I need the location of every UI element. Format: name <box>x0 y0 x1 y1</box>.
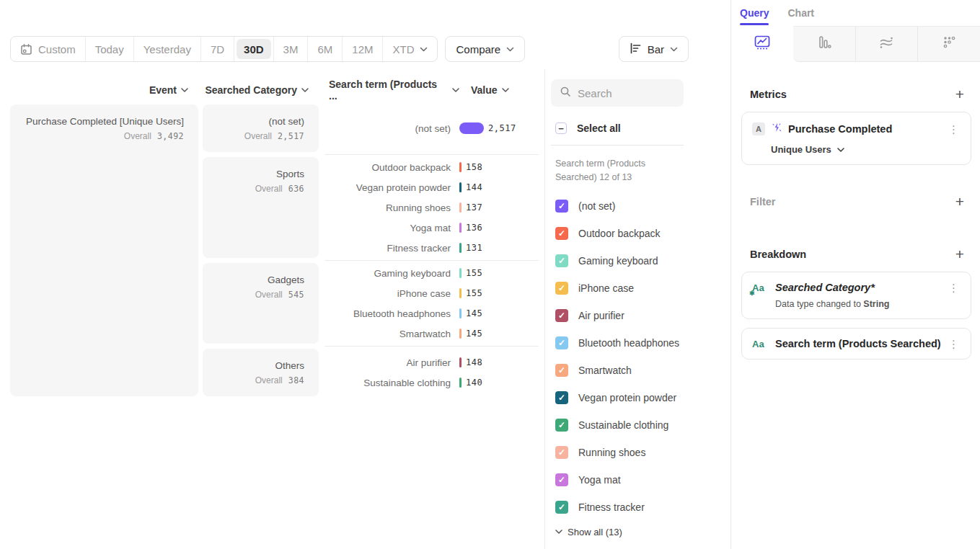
date-range-7d[interactable]: 7D <box>201 37 234 61</box>
overall-label: Overall <box>124 131 151 141</box>
breakdown-card[interactable]: AaSearch term (Products Searched)⋮ <box>741 328 971 360</box>
breakdown-kebab-menu[interactable]: ⋮ <box>947 282 961 293</box>
report-tab-retention-icon[interactable] <box>917 26 980 62</box>
term-row: Bluetooth headphones145 <box>325 303 539 323</box>
date-range-3m[interactable]: 3M <box>274 37 308 61</box>
date-range-12m[interactable]: 12M <box>343 37 382 61</box>
chevron-down-icon <box>301 88 309 92</box>
column-header-value[interactable]: Value <box>459 84 539 96</box>
category-overall: Overall384 <box>210 375 304 385</box>
metric-kebab-menu[interactable]: ⋮ <box>947 124 961 135</box>
chevron-down-icon <box>670 47 678 52</box>
bar-segment[interactable] <box>459 288 462 298</box>
column-header-term[interactable]: Search term (Products ... <box>325 79 459 102</box>
category-term-groups: (not set)Overall2,517(not set)2,517Sport… <box>203 104 539 396</box>
overall-value: 636 <box>288 184 304 194</box>
term-row: Running shoes137 <box>325 197 539 218</box>
legend-item[interactable]: ✓Running shoes <box>551 439 730 466</box>
chevron-down-icon <box>502 88 509 92</box>
legend-checkbox[interactable]: ✓ <box>555 336 568 349</box>
term-value: 144 <box>466 182 482 192</box>
legend-item[interactable]: ✓Vegan protein powder <box>551 384 730 411</box>
legend-checkbox[interactable]: ✓ <box>555 254 568 267</box>
legend-checkbox[interactable]: ✓ <box>555 364 568 377</box>
legend-checkbox[interactable]: ✓ <box>555 227 568 240</box>
term-value: 158 <box>466 162 482 172</box>
legend-checkbox[interactable]: ✓ <box>555 419 568 432</box>
column-header-terms-zone: Search term (Products ... Value <box>325 79 539 102</box>
report-tab-insights-icon[interactable] <box>731 26 793 62</box>
add-breakdown-button[interactable]: + <box>951 245 968 263</box>
report-tab-funnel-icon[interactable] <box>793 26 855 62</box>
breakdown-title: Breakdown <box>750 249 806 260</box>
legend-item[interactable]: ✓iPhone case <box>551 274 730 302</box>
legend-item[interactable]: ✓Yoga mat <box>551 466 730 494</box>
column-header-category[interactable]: Searched Category <box>203 84 319 96</box>
bar-segment[interactable] <box>459 378 462 388</box>
legend-item[interactable]: ✓Gaming keyboard <box>551 247 730 274</box>
measure-dropdown[interactable]: Unique Users <box>771 144 961 155</box>
date-range-yesterday[interactable]: Yesterday <box>134 37 200 61</box>
select-all-checkbox-row[interactable]: − Select all <box>551 122 730 134</box>
metric-card[interactable]: A Purchase Completed ⋮ Unique Users <box>741 112 971 165</box>
date-range-xtd[interactable]: XTD <box>383 37 437 61</box>
category-name: Gadgets <box>210 274 304 287</box>
legend-item[interactable]: ✓Fitness tracker <box>551 494 730 521</box>
overall-label: Overall <box>255 375 283 385</box>
legend-item[interactable]: ✓Bluetooth headphones <box>551 329 730 357</box>
search-box[interactable] <box>551 79 684 107</box>
analytics-app: CustomTodayYesterday7D30D3M6M12MXTD Comp… <box>0 0 980 549</box>
breakdown-cards: Aa✱Searched Category*⋮Data type changed … <box>741 272 971 360</box>
sidebar-body: Metrics + A Purchase Completed ⋮ Unique … <box>731 62 980 549</box>
bar-segment[interactable] <box>459 243 462 253</box>
term-rows: Gaming keyboard155iPhone case155Bluetoot… <box>325 263 539 344</box>
bar-segment[interactable] <box>459 268 462 278</box>
show-all-button[interactable]: Show all (13) <box>551 527 622 537</box>
legend-checkbox[interactable]: ✓ <box>555 282 568 295</box>
bar-segment[interactable] <box>459 122 484 134</box>
term-row: Gaming keyboard155 <box>325 263 539 283</box>
term-label: Vegan protein powder <box>325 182 459 193</box>
bar-segment[interactable] <box>459 182 462 192</box>
date-range-6m[interactable]: 6M <box>308 37 342 61</box>
bar-segment[interactable] <box>459 357 462 367</box>
add-filter-button[interactable]: + <box>951 192 968 210</box>
add-metric-button[interactable]: + <box>951 85 968 103</box>
group-separator <box>325 260 539 261</box>
breakdown-card[interactable]: Aa✱Searched Category*⋮Data type changed … <box>741 272 971 319</box>
term-label: (not set) <box>325 123 459 134</box>
legend-item[interactable]: ✓(not set) <box>551 192 730 220</box>
bar-segment[interactable] <box>459 162 462 172</box>
legend-checkbox[interactable]: ✓ <box>555 446 568 459</box>
overall-label: Overall <box>255 290 283 300</box>
legend-checkbox[interactable]: ✓ <box>555 473 568 486</box>
legend-checkbox[interactable]: ✓ <box>555 200 568 213</box>
date-range-custom[interactable]: Custom <box>11 37 85 61</box>
legend-item[interactable]: ✓Outdoor backpack <box>551 220 730 247</box>
legend-checkbox[interactable]: ✓ <box>555 501 568 514</box>
legend-checkbox[interactable]: ✓ <box>555 309 568 322</box>
column-header-event[interactable]: Event <box>10 84 198 96</box>
date-range-group: CustomTodayYesterday7D30D3M6M12MXTD <box>10 36 438 62</box>
legend-list-label: Search term (Products Searched) 12 of 13 <box>551 157 675 185</box>
legend-item[interactable]: ✓Smartwatch <box>551 357 730 384</box>
bar-segment[interactable] <box>459 308 462 318</box>
legend-item[interactable]: ✓Air purifier <box>551 302 730 329</box>
bar-segment[interactable] <box>459 329 462 339</box>
chart-type-button[interactable]: Bar <box>619 36 689 62</box>
compare-button[interactable]: Compare <box>445 36 525 62</box>
select-all-indeterminate-checkbox[interactable]: − <box>555 122 567 134</box>
search-input[interactable] <box>578 87 671 99</box>
date-range-30d[interactable]: 30D <box>237 39 271 59</box>
bar-segment[interactable] <box>459 202 462 213</box>
report-tab-flows-icon[interactable] <box>855 26 918 62</box>
tab-query[interactable]: Query <box>740 7 769 26</box>
category-name: (not set) <box>210 115 304 128</box>
legend-checkbox[interactable]: ✓ <box>555 391 568 404</box>
date-range-today[interactable]: Today <box>86 37 133 61</box>
bar-segment[interactable] <box>459 223 462 233</box>
legend-item[interactable]: ✓Sustainable clothing <box>551 411 730 439</box>
chevron-down-icon <box>837 148 844 152</box>
breakdown-kebab-menu[interactable]: ⋮ <box>947 339 961 349</box>
tab-chart[interactable]: Chart <box>787 7 814 26</box>
